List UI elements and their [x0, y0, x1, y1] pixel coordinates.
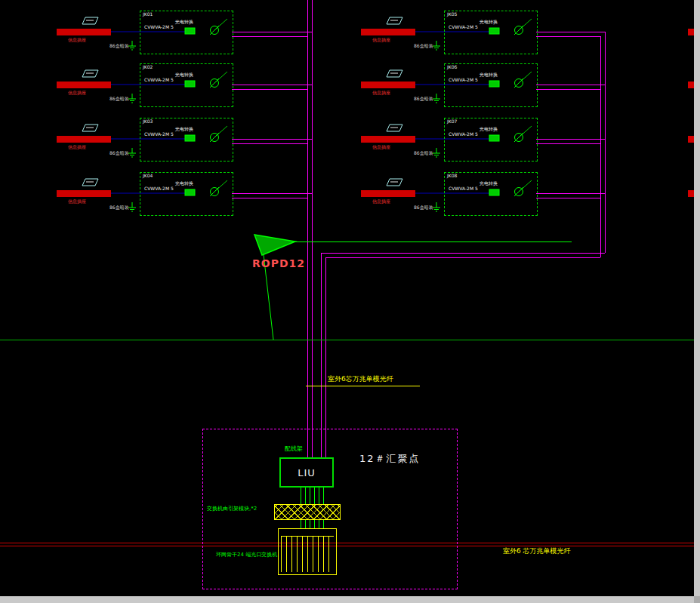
outlet-label: 信息插座 — [372, 38, 390, 42]
converter-dashed-box — [444, 63, 538, 107]
workstation-icon — [387, 70, 402, 77]
module-label: 光电转换 — [175, 127, 193, 131]
ring-switch-box — [278, 528, 337, 575]
cable-spec-label: CVWVA-2M 5 — [144, 25, 174, 29]
cable-spec-label: CVWVA-2M 5 — [449, 186, 478, 191]
module-label: 光电转换 — [175, 20, 193, 24]
block-id-label: JK02 — [143, 65, 153, 69]
scrollbar-corner — [694, 596, 700, 603]
ground-icon — [128, 94, 136, 103]
workstation-icon — [387, 125, 402, 131]
block-id-label: JK04 — [143, 174, 153, 178]
module-label: 光电转换 — [175, 72, 193, 77]
outlet-label: 信息插座 — [372, 199, 390, 204]
mount-label: 86盒暗装 — [414, 44, 433, 48]
module-label: 光电转换 — [480, 20, 498, 24]
block-id-label: JK08 — [447, 174, 457, 178]
circuit-block: JK08 CVWVA-2M 5 光电转换 信息插座 86盒暗装 — [361, 172, 538, 231]
device-bar — [361, 190, 415, 197]
magenta-feeders-right — [536, 32, 605, 198]
switch-ports-icon — [281, 536, 334, 572]
switch-module-label: 交换机由引架模块,*2 — [207, 505, 257, 512]
device-bar — [57, 82, 111, 88]
splitter-triangle — [254, 235, 295, 255]
mount-label: 86盒暗装 — [414, 151, 433, 155]
outlet-label: 信息插座 — [68, 145, 86, 149]
circuit-block: JK02 CVWVA-2M 5 光电转换 信息插座 86盒暗装 — [57, 63, 233, 122]
workstation-icon — [82, 17, 98, 24]
patch-panel-label: 配线架 — [285, 445, 303, 453]
mount-label: 86盒暗装 — [414, 97, 433, 101]
vertical-scrollbar[interactable] — [694, 0, 700, 596]
cable-spec-label: CVWVA-2M 5 — [449, 78, 478, 82]
cable-spec-label: CVWVA-2M 5 — [144, 132, 174, 137]
circuit-block: JK05 CVWVA-2M 5 光电转换 信息插座 86盒暗装 — [361, 11, 538, 69]
converter-dashed-box — [444, 172, 538, 216]
circuit-block: JK03 CVWVA-2M 5 光电转换 信息插座 86盒暗装 — [57, 118, 233, 177]
converter-dashed-box — [444, 11, 538, 54]
circuit-block: JK06 CVWVA-2M 5 光电转换 信息插座 86盒暗装 — [361, 63, 538, 122]
circuit-block: JK04 CVWVA-2M 5 光电转换 信息插座 86盒暗装 — [57, 172, 233, 231]
block-id-label: JK06 — [447, 65, 457, 69]
module-label: 光电转换 — [480, 127, 498, 131]
circuit-block: JK07 CVWVA-2M 5 光电转换 信息插座 86盒暗装 — [361, 118, 538, 177]
module-label: 光电转换 — [175, 181, 193, 186]
outlet-label: 信息插座 — [68, 91, 86, 95]
outlet-label: 信息插座 — [372, 91, 390, 95]
horizontal-scrollbar[interactable] — [0, 596, 694, 603]
device-bar — [57, 136, 111, 143]
ground-icon — [128, 202, 136, 211]
cable-spec-label: CVWVA-2M 5 — [144, 78, 174, 82]
outlet-label: 信息插座 — [372, 145, 390, 149]
mount-label: 86盒暗装 — [109, 205, 129, 210]
converter-dashed-box — [140, 63, 233, 107]
workstation-icon — [387, 17, 402, 24]
mount-label: 86盒暗装 — [414, 205, 433, 210]
fiber-label-top: 室外6芯万兆单模光纤 — [328, 374, 393, 384]
converter-dashed-box — [444, 118, 538, 162]
aggregation-point-label: 12＃汇聚点 — [359, 452, 421, 466]
device-bar — [361, 29, 415, 35]
ground-icon — [433, 148, 440, 157]
outlet-label: 信息插座 — [68, 38, 86, 42]
cable-spec-label: CVWVA-2M 5 — [449, 132, 478, 137]
converter-dashed-box — [140, 11, 233, 54]
ground-icon — [433, 94, 440, 103]
cable-spec-label: CVWVA-2M 5 — [449, 25, 478, 29]
circuit-block: JK01 CVWVA-2M 5 光电转换 信息插座 86盒暗装 — [57, 11, 233, 69]
liu-label: LIU — [298, 467, 316, 478]
module-label: 光电转换 — [480, 181, 498, 186]
workstation-icon — [82, 179, 98, 186]
ground-icon — [433, 41, 440, 50]
ring-switch-label: 环网骨干24 端光口交换机 — [216, 551, 277, 558]
magenta-feeders-left — [232, 32, 312, 198]
module-label: 光电转换 — [480, 72, 498, 77]
mount-label: 86盒暗装 — [109, 97, 129, 101]
outlet-label: 信息插座 — [68, 199, 86, 204]
workstation-icon — [387, 179, 402, 186]
cad-canvas: JK01 CVWVA-2M 5 光电转换 信息插座 86盒暗装 JK02 CVW… — [0, 0, 700, 603]
block-id-label: JK01 — [143, 12, 153, 17]
block-id-label: JK03 — [143, 119, 153, 124]
device-bar — [361, 136, 415, 143]
splitter-label: ROPD12 — [252, 257, 299, 269]
converter-dashed-box — [140, 172, 233, 216]
liu-box: LIU — [279, 457, 334, 488]
converter-dashed-box — [140, 118, 233, 162]
mount-label: 86盒暗装 — [109, 44, 129, 48]
block-id-label: JK05 — [447, 12, 457, 17]
ground-icon — [128, 41, 136, 50]
fiber-module-panel — [274, 504, 341, 520]
ground-icon — [128, 148, 136, 157]
block-id-label: JK07 — [447, 119, 457, 124]
ground-icon — [433, 202, 440, 211]
workstation-icon — [82, 70, 98, 77]
workstation-icon — [82, 125, 98, 131]
fiber-label-bottom: 室外6 芯万兆单模光纤 — [503, 546, 571, 556]
device-bar — [57, 190, 111, 197]
mount-label: 86盒暗装 — [109, 151, 129, 155]
device-bar — [57, 29, 111, 35]
cable-spec-label: CVWVA-2M 5 — [144, 186, 174, 191]
device-bar — [361, 82, 415, 88]
